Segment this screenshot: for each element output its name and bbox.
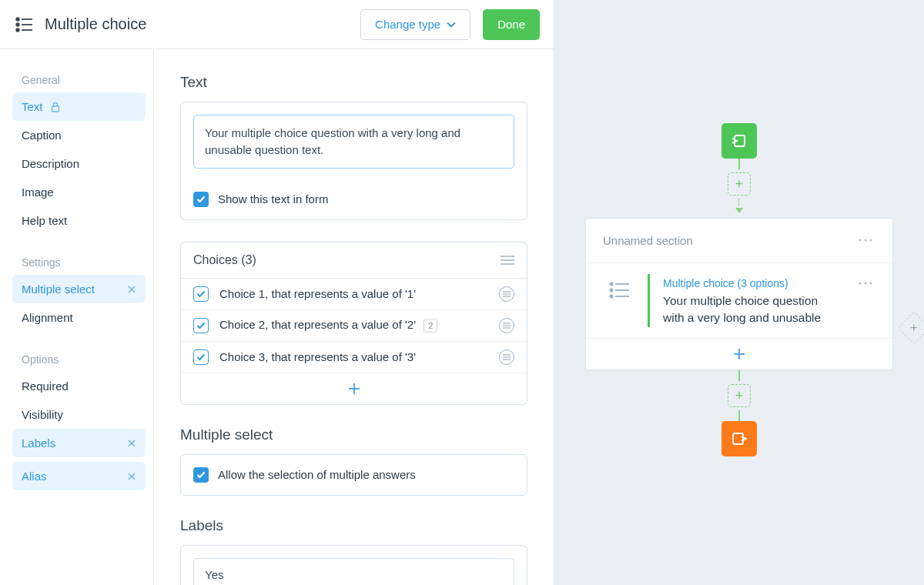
- sidebar-item-help-text[interactable]: Help text: [12, 206, 146, 235]
- choices-title: Choices (3): [193, 253, 256, 267]
- show-text-label: Show this text in form: [218, 192, 328, 206]
- drag-handle-icon[interactable]: [499, 318, 514, 333]
- sidebar-item-label: Text: [22, 100, 43, 113]
- block-title: Your multiple choice question with a ver…: [663, 292, 840, 326]
- content-area[interactable]: Text Your multiple choice question with …: [154, 49, 554, 585]
- close-icon[interactable]: [127, 472, 136, 481]
- sidebar-item-label: Visibility: [22, 408, 63, 421]
- close-icon[interactable]: [127, 285, 136, 294]
- block-kind-label: Multiple choice (3 options): [663, 277, 840, 289]
- svg-point-28: [859, 239, 861, 241]
- sidebar-item-description[interactable]: Description: [12, 149, 146, 178]
- sidebar-item-label: Description: [22, 157, 79, 170]
- labels-card: Yes: [180, 545, 527, 586]
- choice-label: Choice 2, that represents a value of '2'…: [219, 318, 488, 333]
- sidebar-group-label: Settings: [12, 252, 146, 275]
- arrow-down-icon: [735, 208, 743, 213]
- svg-rect-6: [52, 106, 59, 112]
- sidebar-item-caption[interactable]: Caption: [12, 121, 146, 149]
- sidebar-item-image[interactable]: Image: [12, 178, 146, 206]
- svg-point-31: [610, 282, 612, 285]
- question-text-input[interactable]: Your multiple choice question with a ver…: [193, 115, 514, 169]
- choice-checkbox[interactable]: [193, 286, 209, 302]
- text-card: Your multiple choice question with a ver…: [180, 102, 527, 220]
- section-card[interactable]: Unnamed section Multiple choice: [585, 218, 893, 370]
- choices-card: Choices (3) Choice 1, that represents a …: [180, 242, 527, 405]
- drag-handle-icon[interactable]: [499, 349, 514, 365]
- choice-row[interactable]: Choice 3, that represents a value of '3': [181, 342, 527, 373]
- change-type-button[interactable]: Change type: [360, 9, 470, 40]
- menu-icon[interactable]: [500, 256, 514, 265]
- topbar: Multiple choice Change type Done: [0, 0, 554, 49]
- sidebar-group-label: General: [12, 69, 146, 92]
- choice-checkbox[interactable]: [193, 318, 209, 333]
- svg-point-0: [16, 18, 19, 21]
- done-button-label: Done: [497, 18, 525, 31]
- svg-rect-42: [733, 433, 743, 444]
- page-title: Multiple choice: [45, 15, 146, 33]
- more-icon[interactable]: [855, 237, 875, 243]
- sidebar-item-label: Alias: [22, 470, 47, 483]
- insert-slot[interactable]: +: [728, 384, 751, 407]
- sidebar-group-label: Options: [12, 349, 146, 372]
- connector: [738, 410, 740, 421]
- block-type-icon: [15, 17, 34, 32]
- sidebar-item-visibility[interactable]: Visibility: [12, 400, 146, 429]
- sidebar-item-alias[interactable]: Alias: [12, 462, 146, 490]
- svg-point-38: [864, 282, 866, 284]
- done-button[interactable]: Done: [483, 9, 540, 40]
- sidebar-item-label: Multiple select: [22, 282, 95, 296]
- sidebar-item-alignment[interactable]: Alignment: [12, 303, 146, 332]
- choice-label: Choice 1, that represents a value of '1': [219, 287, 488, 300]
- flow-canvas[interactable]: + + Unnamed section: [554, 0, 924, 585]
- sidebar-item-label: Image: [22, 186, 54, 199]
- start-node[interactable]: [721, 123, 757, 159]
- sidebar-item-label: Required: [22, 379, 69, 393]
- section-title: Unnamed section: [603, 234, 693, 247]
- insert-slot[interactable]: +: [728, 172, 751, 196]
- add-branch-button[interactable]: +: [898, 312, 924, 344]
- change-type-label: Change type: [375, 18, 440, 31]
- lock-icon: [51, 102, 60, 112]
- connector: [738, 370, 740, 381]
- sidebar-item-required[interactable]: Required: [12, 372, 146, 400]
- close-icon[interactable]: [127, 439, 136, 448]
- choice-count-badge: 2: [424, 319, 437, 333]
- section-title-text: Text: [180, 74, 527, 91]
- choice-row[interactable]: Choice 1, that represents a value of '1': [181, 279, 527, 310]
- chevron-down-icon: [447, 22, 456, 28]
- label-input[interactable]: Yes: [193, 558, 514, 586]
- svg-point-30: [869, 239, 872, 241]
- editor-panel: Multiple choice Change type Done General…: [0, 0, 554, 585]
- add-choice-button[interactable]: [181, 373, 527, 404]
- svg-point-33: [610, 289, 612, 291]
- multiselect-card: Allow the selection of multiple answers: [180, 454, 527, 496]
- allow-multiselect-label: Allow the selection of multiple answers: [218, 468, 416, 481]
- sidebar-item-text[interactable]: Text: [12, 92, 146, 121]
- connector: [738, 159, 740, 169]
- choice-label: Choice 3, that represents a value of '3': [219, 350, 488, 363]
- section-title-labels: Labels: [180, 517, 527, 534]
- svg-point-35: [610, 295, 612, 297]
- svg-point-39: [869, 282, 872, 284]
- end-node[interactable]: [721, 421, 757, 456]
- allow-multiselect-checkbox[interactable]: [193, 467, 209, 483]
- show-text-checkbox[interactable]: [193, 192, 209, 207]
- svg-point-37: [859, 282, 861, 284]
- drag-handle-icon[interactable]: [499, 286, 514, 302]
- choice-checkbox[interactable]: [193, 349, 209, 365]
- section-title-multiselect: Multiple select: [180, 426, 527, 443]
- sidebar-item-label: Labels: [22, 436, 55, 450]
- svg-point-4: [16, 28, 19, 32]
- connector: [738, 199, 740, 206]
- svg-point-2: [16, 23, 19, 26]
- sidebar: General Text Caption Description Image H…: [0, 49, 154, 585]
- svg-point-29: [864, 239, 866, 241]
- more-icon[interactable]: [855, 280, 875, 286]
- sidebar-item-label: Caption: [22, 129, 62, 142]
- add-block-button[interactable]: [586, 338, 892, 369]
- sidebar-item-multiple-select[interactable]: Multiple select: [12, 275, 146, 303]
- choice-row[interactable]: Choice 2, that represents a value of '2'…: [181, 310, 527, 342]
- sidebar-item-label: Help text: [22, 214, 67, 227]
- sidebar-item-labels[interactable]: Labels: [12, 429, 146, 457]
